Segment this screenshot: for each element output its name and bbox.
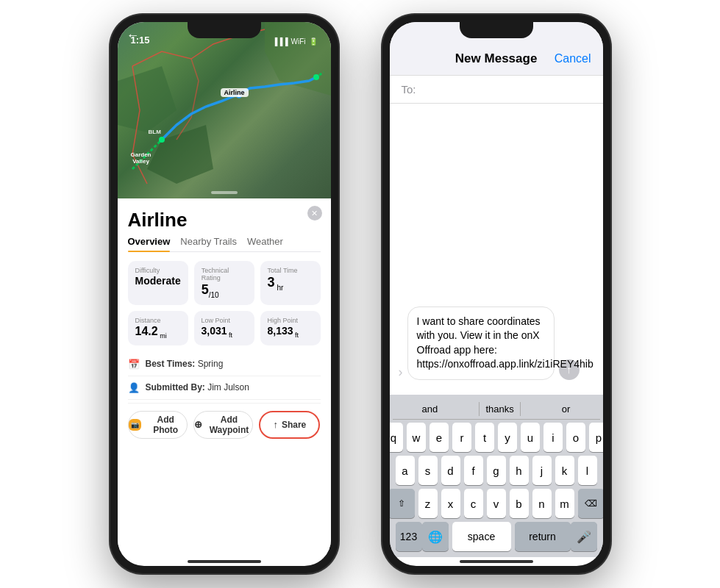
key-shift[interactable]: ⇧ <box>390 489 415 518</box>
autocomplete-or[interactable]: or <box>556 402 577 416</box>
key-s[interactable]: s <box>418 456 438 485</box>
message-container: › I want to share coordinates with you. … <box>399 306 594 380</box>
map-trail-label: Airline <box>221 88 249 97</box>
key-e[interactable]: e <box>429 423 449 452</box>
key-g[interactable]: g <box>487 456 506 485</box>
stat-high-point: High Point 8,133 ft <box>260 311 321 345</box>
keyboard-row-3: ⇧ z x c v b n m ⌫ <box>393 489 600 518</box>
key-b[interactable]: b <box>510 489 529 518</box>
key-a[interactable]: a <box>396 456 415 485</box>
time-label: Total Time <box>268 267 313 274</box>
phone-1: 1:15 ▐▐▐ WiFi 🔋 ← <box>110 15 338 573</box>
message-bubble: I want to share coordinates with you. Vi… <box>407 306 555 380</box>
key-f[interactable]: f <box>464 456 483 485</box>
add-waypoint-label: Add Waypoint <box>206 415 252 435</box>
stat-time: Total Time 3 hr <box>260 261 321 305</box>
key-l[interactable]: l <box>578 456 597 485</box>
key-return[interactable]: return <box>515 522 571 551</box>
stats-row-2: Distance 14.2 mi Low Point 3,031 ft High… <box>128 311 321 345</box>
home-indicator-1 <box>188 560 261 563</box>
chevron-icon: › <box>399 365 403 380</box>
technical-value: 5/10 <box>202 283 247 299</box>
high-point-label: High Point <box>268 317 313 324</box>
add-photo-label: Add Photo <box>145 415 187 435</box>
to-field[interactable]: To: <box>390 76 603 104</box>
key-r[interactable]: r <box>452 423 471 452</box>
key-t[interactable]: t <box>475 423 494 452</box>
distance-label: Distance <box>135 317 181 324</box>
camera-icon: 📷 <box>129 419 141 431</box>
key-w[interactable]: w <box>407 423 426 452</box>
key-p[interactable]: p <box>589 423 603 452</box>
key-space[interactable]: space <box>452 522 511 551</box>
autocomplete-thanks[interactable]: thanks <box>479 402 520 416</box>
drag-handle[interactable] <box>211 191 238 194</box>
notch-2 <box>460 22 533 38</box>
close-button[interactable]: ✕ <box>307 206 322 220</box>
wifi-icon: WiFi <box>291 37 306 46</box>
person-icon: 👤 <box>128 382 140 393</box>
key-mic[interactable]: 🎤 <box>571 522 597 551</box>
tab-overview[interactable]: Overview <box>128 236 171 251</box>
add-waypoint-button[interactable]: ⊕ Add Waypoint <box>193 411 253 439</box>
phone-2-screen: New Message Cancel To: › I want to share… <box>390 22 603 566</box>
distance-value: 14.2 mi <box>135 326 181 340</box>
key-v[interactable]: v <box>487 489 506 518</box>
stat-low-point: Low Point 3,031 ft <box>194 311 254 345</box>
key-m[interactable]: m <box>555 489 574 518</box>
message-body: › I want to share coordinates with you. … <box>390 104 603 395</box>
stat-technical: Technical Rating 5/10 <box>194 261 254 305</box>
time-value: 3 hr <box>268 276 313 292</box>
stat-distance: Distance 14.2 mi <box>128 311 188 345</box>
high-point-value: 8,133 ft <box>268 326 313 339</box>
cancel-button[interactable]: Cancel <box>555 52 591 65</box>
blm-label: BLM <box>149 129 161 135</box>
tab-weather[interactable]: Weather <box>247 236 283 251</box>
key-y[interactable]: y <box>498 423 517 452</box>
svg-marker-1 <box>118 66 177 132</box>
key-i[interactable]: i <box>543 423 563 452</box>
share-label: Share <box>282 420 306 430</box>
difficulty-label: Difficulty <box>135 267 181 274</box>
difficulty-value: Moderate <box>135 276 181 286</box>
svg-point-4 <box>159 137 165 143</box>
key-k[interactable]: k <box>555 456 574 485</box>
share-button[interactable]: ↑ Share <box>259 411 320 439</box>
key-d[interactable]: d <box>441 456 460 485</box>
key-c[interactable]: c <box>464 489 483 518</box>
message-title: New Message <box>455 51 538 66</box>
trail-svg <box>118 22 331 198</box>
tab-nearby-trails[interactable]: Nearby Trails <box>180 236 237 251</box>
key-j[interactable]: j <box>532 456 552 485</box>
autocomplete-and[interactable]: and <box>416 402 444 416</box>
key-u[interactable]: u <box>521 423 540 452</box>
waypoint-icon: ⊕ <box>194 419 202 430</box>
valley-label: GardenValley <box>131 151 152 165</box>
home-indicator-2 <box>460 560 533 563</box>
key-o[interactable]: o <box>566 423 585 452</box>
map-area: 1:15 ▐▐▐ WiFi 🔋 ← <box>118 22 331 198</box>
key-q[interactable]: q <box>390 423 404 452</box>
key-123[interactable]: 123 <box>396 522 422 551</box>
stat-difficulty: Difficulty Moderate <box>128 261 188 305</box>
trail-tabs: Overview Nearby Trails Weather <box>128 236 321 252</box>
key-delete[interactable]: ⌫ <box>578 489 603 518</box>
notch-1 <box>188 22 261 38</box>
low-point-value: 3,031 ft <box>202 326 247 339</box>
message-text: I want to share coordinates with you. Vi… <box>417 315 594 370</box>
back-button[interactable]: ← <box>126 28 140 43</box>
key-z[interactable]: z <box>418 489 438 518</box>
key-h[interactable]: h <box>510 456 529 485</box>
submitted-by-text: Submitted By: Jim Julson <box>146 382 249 392</box>
phone-2: New Message Cancel To: › I want to share… <box>382 15 610 573</box>
signal-icon: ▐▐▐ <box>272 37 288 46</box>
keyboard-bottom-row: 123 🌐 space return 🎤 <box>393 522 600 551</box>
add-photo-button[interactable]: 📷 Add Photo <box>128 411 188 439</box>
key-n[interactable]: n <box>532 489 552 518</box>
low-point-label: Low Point <box>202 317 247 324</box>
key-globe[interactable]: 🌐 <box>422 522 449 551</box>
key-x[interactable]: x <box>441 489 460 518</box>
to-input[interactable] <box>422 83 591 96</box>
technical-label: Technical Rating <box>202 267 247 282</box>
submitted-by-row: 👤 Submitted By: Jim Julson <box>128 376 321 400</box>
